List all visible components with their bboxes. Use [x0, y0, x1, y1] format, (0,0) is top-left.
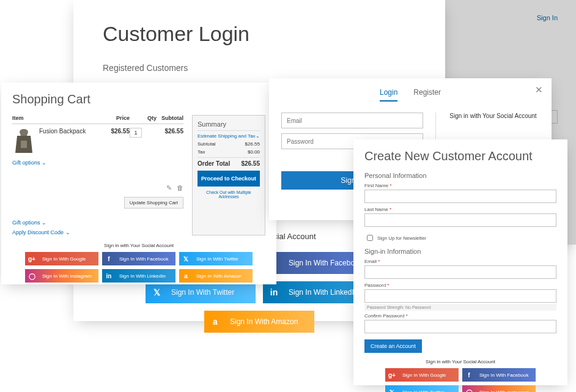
- create-twitter-button[interactable]: 𝕏Sign In With Twitter: [385, 385, 459, 392]
- create-account-button[interactable]: Create an Account: [364, 339, 422, 353]
- create-facebook-button[interactable]: fSign In With Facebook: [462, 368, 536, 382]
- facebook-icon: f: [462, 372, 476, 379]
- newsletter-checkbox[interactable]: Sign Up for Newsletter: [364, 233, 556, 243]
- password-strength: Password Strength: No Password: [364, 304, 556, 311]
- signin-amazon-button[interactable]: aSign In With Amazon: [204, 311, 314, 333]
- shopping-cart-page: Shopping Cart Item Price Qty Subtotal Fu…: [1, 83, 276, 284]
- cart-social-heading: Sign in with Your Social Account: [12, 243, 265, 248]
- create-email-input[interactable]: [364, 265, 556, 279]
- cart-header-row: Item Price Qty Subtotal: [12, 115, 183, 124]
- proceed-checkout-button[interactable]: Proceed to Checkout: [198, 171, 260, 187]
- qty-input[interactable]: 1: [130, 128, 142, 138]
- facebook-icon: f: [102, 256, 116, 262]
- cart-facebook-button[interactable]: fSign In With Facebook: [102, 252, 175, 265]
- linkedin-icon: in: [102, 273, 116, 279]
- signin-twitter-button[interactable]: 𝕏Sign In With Twitter: [146, 281, 256, 303]
- close-icon[interactable]: ✕: [535, 84, 543, 95]
- personal-info-heading: Personal Information: [364, 172, 556, 179]
- edit-item-icon[interactable]: ✎: [166, 184, 172, 192]
- svg-rect-2: [21, 141, 27, 148]
- instagram-icon: ◯: [462, 389, 476, 393]
- google-icon: g+: [385, 372, 399, 379]
- item-price: $26.55: [103, 128, 130, 135]
- create-password-input[interactable]: [364, 289, 556, 303]
- product-thumbnail: [12, 128, 35, 156]
- tab-login[interactable]: Login: [380, 88, 397, 102]
- order-summary: Summary Estimate Shipping and Tax⌄ Subto…: [192, 115, 265, 235]
- cart-amazon-button[interactable]: aSign In With Amazon: [179, 269, 253, 283]
- gift-options-link[interactable]: Gift options ⌄: [12, 160, 183, 166]
- multi-address-link[interactable]: Check Out with Multiple Addresses: [198, 190, 260, 199]
- twitter-icon: 𝕏: [385, 389, 399, 393]
- create-google-button[interactable]: g+Sign In With Google: [385, 368, 459, 382]
- modal-email-input[interactable]: [281, 113, 423, 128]
- confirm-password-input[interactable]: [364, 320, 556, 333]
- email-label: Email *: [364, 259, 556, 264]
- product-name[interactable]: Fusion Backpack: [35, 128, 103, 135]
- last-name-input[interactable]: [364, 213, 556, 227]
- estimate-shipping-toggle[interactable]: Estimate Shipping and Tax⌄: [198, 133, 260, 139]
- cart-title: Shopping Cart: [12, 92, 265, 106]
- cart-linkedin-button[interactable]: inSign In With LinkedIn: [102, 269, 175, 283]
- amazon-icon: a: [204, 317, 226, 327]
- create-instagram-button[interactable]: ◯Sign In With Instagram: [462, 385, 536, 392]
- page-title: Customer Login: [103, 22, 416, 46]
- create-account-title: Create New Customer Account: [364, 149, 556, 163]
- first-name-label: First Name *: [364, 183, 556, 188]
- apply-discount-link[interactable]: Apply Discount Code ⌄: [12, 229, 183, 235]
- registered-customers-heading: Registered Customers: [103, 63, 416, 73]
- amazon-icon: a: [179, 273, 193, 279]
- confirm-password-label: Confirm Password *: [364, 313, 556, 319]
- twitter-icon: 𝕏: [179, 256, 193, 262]
- twitter-icon: 𝕏: [146, 287, 168, 297]
- create-account-page: Create New Customer Account Personal Inf…: [353, 139, 567, 385]
- cart-twitter-button[interactable]: 𝕏Sign In With Twitter: [179, 252, 253, 265]
- instagram-icon: ◯: [25, 273, 39, 279]
- google-icon: g+: [25, 256, 39, 262]
- last-name-label: Last Name *: [364, 207, 556, 212]
- item-subtotal: $26.55: [157, 128, 183, 135]
- create-social-heading: Sign in with Your Social Account: [364, 359, 556, 364]
- linkedin-icon: in: [263, 287, 285, 297]
- signin-info-heading: Sign-in Information: [364, 248, 556, 255]
- remove-item-icon[interactable]: 🗑: [177, 184, 183, 192]
- password-label: Password *: [364, 283, 556, 288]
- cart-instagram-button[interactable]: ◯Sign In With Instagram: [25, 269, 98, 283]
- tab-register[interactable]: Register: [413, 88, 441, 102]
- update-cart-button[interactable]: Update Shopping Cart: [124, 197, 183, 209]
- gift-options-link-2[interactable]: Gift options ⌄: [12, 220, 183, 226]
- first-name-input[interactable]: [364, 190, 556, 203]
- cart-google-button[interactable]: g+Sign In With Google: [25, 252, 98, 265]
- cart-item-row: Fusion Backpack $26.55 1 $26.55: [12, 124, 183, 156]
